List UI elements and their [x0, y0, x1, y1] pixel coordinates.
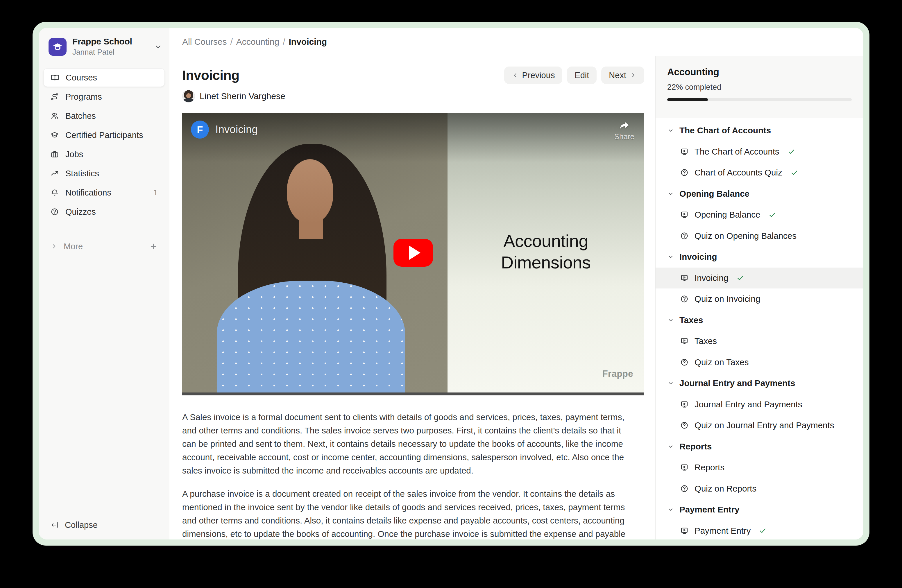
- sidebar-item-certified-participants[interactable]: Certified Participants: [43, 126, 165, 144]
- lesson-title: Taxes: [695, 336, 717, 346]
- chapter-reports[interactable]: Reports: [656, 436, 863, 457]
- chevron-down-icon: [154, 42, 163, 51]
- sidebar-item-batches[interactable]: Batches: [43, 106, 165, 125]
- share-label: Share: [614, 132, 634, 141]
- lesson-panel: Invoicing Previous Edit: [169, 56, 655, 540]
- lesson-taxes[interactable]: Taxes: [656, 331, 863, 352]
- sidebar-item-label: Statistics: [66, 169, 99, 178]
- sidebar-more[interactable]: More: [43, 238, 165, 255]
- chevron-down-icon: [667, 317, 674, 324]
- lesson-paragraph: A Sales invoice is a formal document sen…: [182, 410, 637, 477]
- chevron-down-icon: [667, 506, 674, 513]
- plus-icon[interactable]: [149, 242, 158, 251]
- collapse-sidebar-button[interactable]: Collapse: [43, 516, 165, 534]
- chevron-down-icon: [667, 127, 674, 134]
- sidebar-item-label: Courses: [66, 73, 97, 83]
- lesson-title: Payment Entry: [695, 526, 751, 536]
- slide-title: Accounting Dimensions: [448, 230, 644, 274]
- sidebar-item-notifications[interactable]: Notifications1: [43, 183, 165, 202]
- progress-bar-fill: [667, 98, 708, 101]
- lesson-quiz-on-journal-entry-and-payments[interactable]: Quiz on Journal Entry and Payments: [656, 415, 863, 436]
- sidebar-item-jobs[interactable]: Jobs: [43, 145, 165, 164]
- check-icon: [791, 169, 798, 177]
- lesson-invoicing[interactable]: Invoicing: [656, 267, 863, 289]
- lesson-payment-entry[interactable]: Payment Entry: [656, 520, 863, 540]
- lesson-chart-of-accounts-quiz[interactable]: Chart of Accounts Quiz: [656, 162, 863, 183]
- sidebar-item-courses[interactable]: Courses: [43, 68, 165, 87]
- chapter-payment-entry[interactable]: Payment Entry: [656, 499, 863, 520]
- lesson-title: Chart of Accounts Quiz: [695, 167, 782, 178]
- chapter-opening-balance[interactable]: Opening Balance: [656, 183, 863, 205]
- sidebar-item-programs[interactable]: Programs: [43, 88, 165, 106]
- lesson-quiz-on-taxes[interactable]: Quiz on Taxes: [656, 352, 863, 373]
- chevron-down-icon: [667, 253, 674, 260]
- previous-button[interactable]: Previous: [504, 67, 562, 84]
- chapter-the-chart-of-accounts[interactable]: The Chart of Accounts: [656, 120, 863, 141]
- presenter-shirt: [217, 281, 405, 393]
- trending-up-icon: [50, 169, 59, 178]
- monitor-play-icon: [680, 147, 689, 156]
- lesson-the-chart-of-accounts[interactable]: The Chart of Accounts: [656, 141, 863, 163]
- bell-icon: [50, 188, 59, 197]
- lesson-title: Quiz on Reports: [695, 484, 756, 494]
- chapter-title: Opening Balance: [680, 189, 749, 199]
- chapter-taxes[interactable]: Taxes: [656, 310, 863, 331]
- next-label: Next: [609, 70, 626, 80]
- monitor-play-icon: [680, 274, 689, 282]
- lesson-journal-entry-and-payments[interactable]: Journal Entry and Payments: [656, 394, 863, 415]
- book-open-icon: [50, 73, 59, 82]
- video-player[interactable]: Accounting Dimensions Frappe F Invoicing: [182, 113, 644, 396]
- lesson-quiz-on-reports[interactable]: Quiz on Reports: [656, 478, 863, 499]
- check-icon: [736, 274, 744, 282]
- video-slide: Accounting Dimensions Frappe: [448, 113, 644, 393]
- page-title: Invoicing: [182, 67, 240, 83]
- breadcrumb-separator: /: [283, 37, 285, 47]
- chapter-title: Taxes: [680, 315, 703, 325]
- edit-label: Edit: [575, 70, 589, 80]
- lesson-reports[interactable]: Reports: [656, 457, 863, 478]
- channel-avatar[interactable]: F: [191, 120, 209, 139]
- lesson-title: Opening Balance: [695, 210, 760, 220]
- monitor-play-icon: [680, 463, 689, 472]
- chevron-right-icon: [630, 72, 637, 79]
- chapter-title: The Chart of Accounts: [680, 125, 771, 135]
- share-button[interactable]: Share: [614, 120, 634, 141]
- help-circle-icon: [680, 484, 689, 493]
- check-icon: [768, 211, 776, 219]
- presenter-face: [287, 159, 333, 224]
- sidebar-item-quizzes[interactable]: Quizzes: [43, 202, 165, 221]
- course-title: Accounting: [667, 67, 852, 78]
- lesson-title: Quiz on Invoicing: [695, 294, 760, 304]
- play-icon: [409, 246, 420, 260]
- video-progress-bar[interactable]: [182, 393, 644, 396]
- play-button[interactable]: [393, 239, 433, 267]
- collapse-arrow-icon: [50, 521, 59, 529]
- lesson-quiz-on-invoicing[interactable]: Quiz on Invoicing: [656, 288, 863, 310]
- next-button[interactable]: Next: [601, 67, 644, 84]
- chapter-invoicing[interactable]: Invoicing: [656, 246, 863, 267]
- author-row: Linet Sherin Varghese: [182, 90, 644, 103]
- breadcrumb-accounting[interactable]: Accounting: [236, 37, 279, 47]
- sidebar-nav: CoursesProgramsBatchesCertified Particip…: [43, 68, 165, 221]
- previous-label: Previous: [522, 70, 555, 80]
- breadcrumb-all-courses[interactable]: All Courses: [182, 37, 227, 47]
- help-circle-icon: [680, 231, 689, 240]
- workspace-switcher[interactable]: Frappe School Jannat Patel: [43, 33, 165, 60]
- lesson-quiz-on-opening-balances[interactable]: Quiz on Opening Balances: [656, 225, 863, 247]
- edit-button[interactable]: Edit: [567, 67, 597, 84]
- user-name: Jannat Patel: [72, 48, 132, 57]
- app-title: Frappe School: [72, 37, 132, 47]
- help-circle-icon: [680, 358, 689, 367]
- collapse-label: Collapse: [65, 520, 98, 530]
- lesson-paragraph: A purchase invoice is a document created…: [182, 487, 637, 540]
- lesson-opening-balance[interactable]: Opening Balance: [656, 204, 863, 225]
- video-title[interactable]: Invoicing: [215, 124, 258, 136]
- route-icon: [50, 92, 59, 101]
- progress-bar: [667, 98, 852, 101]
- sidebar-item-label: Batches: [66, 111, 96, 121]
- chevron-left-icon: [512, 72, 519, 79]
- sidebar-item-statistics[interactable]: Statistics: [43, 164, 165, 183]
- video-header: F Invoicing: [191, 120, 258, 139]
- chapter-journal-entry-and-payments[interactable]: Journal Entry and Payments: [656, 373, 863, 394]
- help-circle-icon: [680, 421, 689, 430]
